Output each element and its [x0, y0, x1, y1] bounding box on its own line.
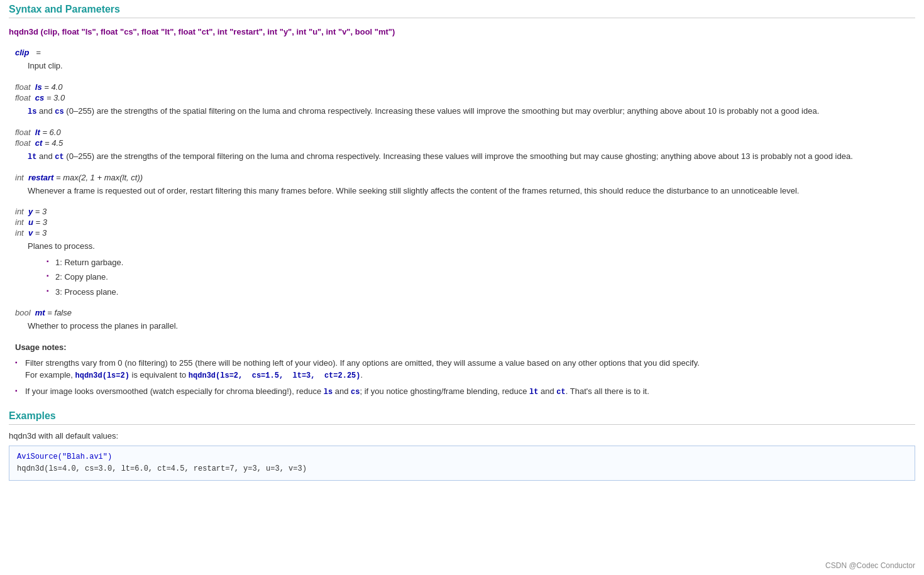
usage-note-item-1: Filter strengths vary from 0 (no filteri… [15, 357, 915, 382]
yuv-list: 1: Return garbage. 2: Copy plane. 3: Pro… [28, 256, 915, 298]
examples-title: Examples [9, 410, 915, 425]
usage-notes: Usage notes: Filter strengths vary from … [9, 342, 915, 398]
param-block-mt: bool mt = false Whether to process the p… [9, 308, 915, 332]
usage-notes-title: Usage notes: [15, 342, 915, 352]
func-sig-text: hqdn3d (clip, float "ls", float "cs", fl… [9, 27, 395, 36]
page-container: Syntax and Parameters hqdn3d (clip, floa… [0, 0, 924, 575]
param-line-mt: bool mt = false [15, 308, 915, 317]
param-line-lt: float lt = 6.0 [15, 128, 915, 137]
code-line-2: hqdn3d(ls=4.0, cs=3.0, lt=6.0, ct=4.5, r… [17, 464, 307, 473]
list-item: 2: Copy plane. [47, 271, 915, 283]
param-desc-lt-ct: lt and ct (0–255) are the strengths of t… [15, 150, 915, 163]
param-desc-yuv: Planes to process. 1: Return garbage. 2:… [15, 240, 915, 298]
clip-equals: = [36, 48, 41, 57]
usage-notes-list: Filter strengths vary from 0 (no filteri… [15, 357, 915, 398]
usage-note-item-2: If your image looks oversmoothed (watch … [15, 385, 915, 398]
param-block-lt-ct: float lt = 6.0 float ct = 4.5 lt and ct … [9, 128, 915, 163]
param-line-u: int u = 3 [15, 217, 915, 227]
param-desc-restart: Whenever a frame is requested out of ord… [15, 185, 915, 197]
list-item: 1: Return garbage. [47, 256, 915, 269]
function-signature: hqdn3d (clip, float "ls", float "cs", fl… [9, 25, 915, 39]
param-block-restart: int restart = max(2, 1 + max(lt, ct)) Wh… [9, 173, 915, 197]
examples-intro: hqdn3d with all default values: [9, 431, 915, 441]
param-name-clip: clip [15, 48, 29, 57]
param-line-clip: clip = [15, 48, 915, 57]
code-line-1: AviSource("Blah.avi") [17, 452, 112, 461]
param-line-ct: float ct = 4.5 [15, 138, 915, 148]
param-desc-clip: Input clip. [15, 60, 915, 72]
param-block-clip: clip = Input clip. [9, 48, 915, 72]
section-title-syntax: Syntax and Parameters [9, 4, 915, 18]
param-line-ls: float ls = 4.0 [15, 82, 915, 92]
param-line-restart: int restart = max(2, 1 + max(lt, ct)) [15, 173, 915, 182]
code-block: AviSource("Blah.avi") hqdn3d(ls=4.0, cs=… [9, 446, 915, 481]
list-item: 3: Process plane. [47, 286, 915, 298]
param-block-ls-cs: float ls = 4.0 float cs = 3.0 ls and cs … [9, 82, 915, 118]
syntax-section: Syntax and Parameters hqdn3d (clip, floa… [9, 4, 915, 398]
param-desc-mt: Whether to process the planes in paralle… [15, 320, 915, 332]
param-line-v: int v = 3 [15, 228, 915, 238]
examples-section: Examples hqdn3d with all default values:… [9, 410, 915, 481]
param-desc-ls-cs: ls and cs (0–255) are the strengths of t… [15, 105, 915, 118]
param-line-cs: float cs = 3.0 [15, 93, 915, 102]
param-block-yuv: int y = 3 int u = 3 int v = 3 Planes to … [9, 207, 915, 298]
watermark: CSDN @Codec Conductor [825, 561, 915, 570]
param-line-y: int y = 3 [15, 207, 915, 216]
